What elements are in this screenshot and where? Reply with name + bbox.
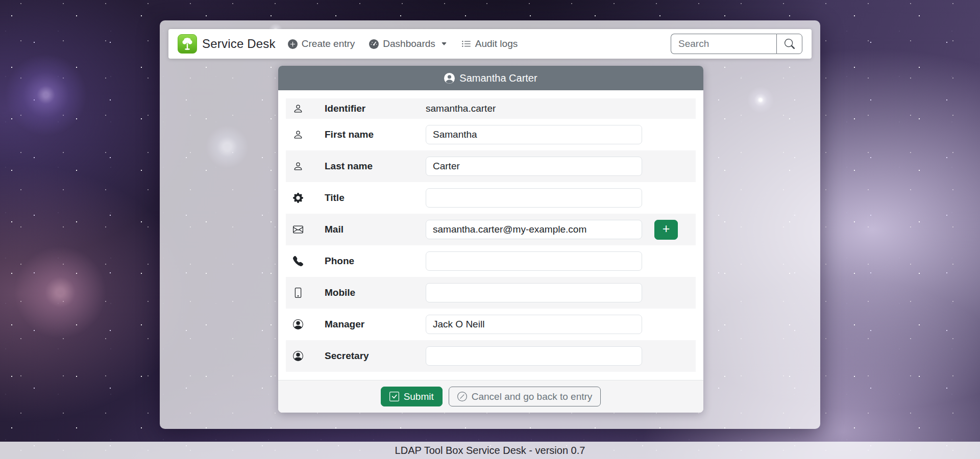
form-row-last-name: Last name bbox=[286, 150, 696, 182]
nav-link-dashboards[interactable]: Dashboards bbox=[369, 38, 447, 49]
navbar: Service Desk Create entry Dashboards Aud… bbox=[168, 29, 812, 59]
card-title: Samantha Carter bbox=[459, 72, 537, 84]
plus-circle-icon bbox=[288, 39, 298, 49]
field-input-first-name[interactable] bbox=[426, 125, 642, 144]
field-label-mail: Mail bbox=[325, 224, 426, 235]
field-input-mobile[interactable] bbox=[426, 283, 642, 302]
search-button[interactable] bbox=[776, 34, 802, 54]
mobile-icon bbox=[293, 288, 303, 298]
entry-form-card: Samantha Carter Identifier samantha.cart… bbox=[278, 66, 703, 413]
person-circle-icon bbox=[293, 319, 303, 329]
page-footer: LDAP Tool Box Service Desk - version 0.7 bbox=[0, 442, 980, 459]
form-row-manager: Manager bbox=[286, 309, 696, 340]
nav-link-create-entry[interactable]: Create entry bbox=[288, 38, 355, 49]
form-row-phone: Phone bbox=[286, 245, 696, 277]
form-row-secretary: Secretary bbox=[286, 340, 696, 372]
submit-button[interactable]: Submit bbox=[381, 387, 443, 406]
field-input-last-name[interactable] bbox=[426, 157, 642, 176]
submit-label: Submit bbox=[404, 391, 434, 402]
envelope-icon bbox=[293, 224, 303, 235]
field-input-manager[interactable] bbox=[426, 315, 642, 334]
person-circle-icon bbox=[293, 351, 303, 361]
cancel-button[interactable]: Cancel and go back to entry bbox=[449, 387, 601, 406]
card-body: Identifier samantha.carter First name La… bbox=[278, 90, 703, 380]
field-input-title[interactable] bbox=[426, 188, 642, 208]
search-input[interactable] bbox=[671, 34, 776, 54]
list-icon bbox=[461, 39, 471, 49]
form-row-mobile: Mobile bbox=[286, 277, 696, 309]
dashboard-icon bbox=[369, 39, 379, 49]
gear-icon bbox=[293, 193, 303, 203]
field-label-last-name: Last name bbox=[325, 161, 426, 172]
field-label-secretary: Secretary bbox=[325, 350, 426, 362]
field-input-mail[interactable] bbox=[426, 220, 642, 239]
field-label-title: Title bbox=[325, 192, 426, 203]
field-label-first-name: First name bbox=[325, 129, 426, 140]
field-label-identifier: Identifier bbox=[325, 103, 426, 114]
person-icon bbox=[293, 130, 303, 140]
field-label-mobile: Mobile bbox=[325, 287, 426, 298]
check-square-icon bbox=[389, 392, 399, 401]
field-value-identifier: samantha.carter bbox=[426, 103, 496, 114]
version-text: LDAP Tool Box Service Desk - version 0.7 bbox=[395, 445, 585, 456]
field-input-secretary[interactable] bbox=[426, 346, 642, 366]
field-label-phone: Phone bbox=[325, 256, 426, 267]
person-circle-icon bbox=[444, 73, 455, 84]
nav-link-audit-logs[interactable]: Audit logs bbox=[461, 38, 518, 49]
cancel-label: Cancel and go back to entry bbox=[472, 391, 593, 402]
search-group bbox=[671, 34, 802, 54]
add-value-button[interactable]: + bbox=[654, 220, 678, 240]
brand[interactable]: Service Desk bbox=[178, 34, 276, 54]
field-label-manager: Manager bbox=[325, 319, 426, 330]
form-row-mail: Mail + bbox=[286, 214, 696, 245]
form-row-identifier: Identifier samantha.carter bbox=[286, 98, 696, 119]
card-footer: Submit Cancel and go back to entry bbox=[278, 380, 703, 413]
telephone-icon bbox=[293, 256, 303, 266]
form-row-title: Title bbox=[286, 182, 696, 214]
person-icon bbox=[293, 104, 303, 114]
slash-circle-icon bbox=[457, 392, 467, 401]
search-icon bbox=[785, 39, 795, 49]
nav-links: Create entry Dashboards Audit logs bbox=[288, 38, 518, 49]
page-container: Service Desk Create entry Dashboards Aud… bbox=[160, 20, 820, 429]
ldap-toolbox-logo-icon bbox=[178, 34, 197, 54]
caret-down-icon bbox=[441, 41, 447, 47]
field-input-phone[interactable] bbox=[426, 251, 642, 271]
form-row-first-name: First name bbox=[286, 119, 696, 150]
card-header: Samantha Carter bbox=[278, 66, 703, 90]
brand-title: Service Desk bbox=[202, 37, 276, 51]
person-icon bbox=[293, 161, 303, 171]
